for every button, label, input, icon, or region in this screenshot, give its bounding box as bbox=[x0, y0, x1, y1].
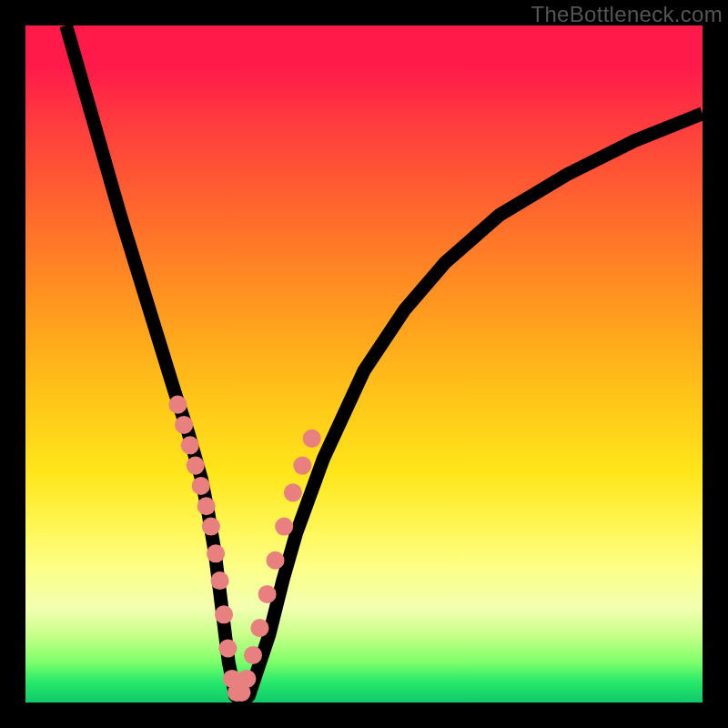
data-dot bbox=[168, 396, 187, 414]
data-dot bbox=[197, 497, 216, 515]
data-dot bbox=[284, 483, 302, 501]
watermark-text: TheBottleneck.com bbox=[531, 2, 723, 27]
data-dot bbox=[244, 646, 262, 664]
data-dot bbox=[181, 436, 199, 454]
data-dot bbox=[210, 571, 228, 590]
chart-svg bbox=[25, 25, 703, 703]
data-dot bbox=[192, 477, 210, 495]
data-dot bbox=[303, 430, 321, 448]
data-dot bbox=[187, 457, 205, 475]
data-dot bbox=[238, 670, 256, 688]
data-dot bbox=[250, 619, 268, 637]
data-dot bbox=[175, 416, 193, 434]
data-dot bbox=[202, 518, 220, 536]
bottleneck-curve bbox=[66, 25, 703, 703]
data-dot bbox=[293, 457, 311, 475]
data-dot bbox=[207, 544, 225, 562]
data-dot bbox=[218, 639, 237, 657]
frame: TheBottleneck.com bbox=[0, 0, 728, 728]
data-dot bbox=[258, 585, 277, 603]
plot-area bbox=[25, 25, 703, 703]
data-dot bbox=[266, 551, 284, 570]
data-dot bbox=[275, 518, 293, 536]
data-dot bbox=[215, 605, 233, 623]
